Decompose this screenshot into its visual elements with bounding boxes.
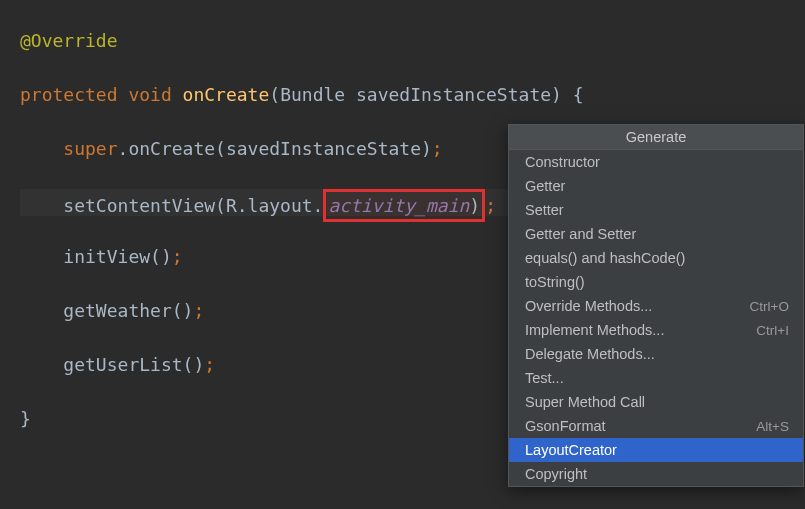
menu-item-gsonformat[interactable]: GsonFormatAlt+S — [509, 414, 803, 438]
generate-context-menu: Generate ConstructorGetterSetterGetter a… — [508, 124, 804, 487]
menu-item-test[interactable]: Test... — [509, 366, 803, 390]
annotation: @Override — [20, 30, 118, 51]
menu-item-label: Implement Methods... — [525, 322, 664, 338]
menu-item-equals-and-hashcode[interactable]: equals() and hashCode() — [509, 246, 803, 270]
activity-main-ref: activity_main — [328, 195, 469, 216]
menu-item-label: Constructor — [525, 154, 600, 170]
setContentView-call: setContentView(R.layout. — [63, 195, 323, 216]
semi: ; — [432, 138, 443, 159]
kw-void: void — [128, 84, 171, 105]
getUserList-call: getUserList() — [63, 354, 204, 375]
menu-item-shortcut: Alt+S — [756, 419, 789, 434]
menu-item-label: Copyright — [525, 466, 587, 482]
menu-item-shortcut: Ctrl+O — [750, 299, 789, 314]
menu-item-getter[interactable]: Getter — [509, 174, 803, 198]
getWeather-call: getWeather() — [63, 300, 193, 321]
menu-item-delegate-methods[interactable]: Delegate Methods... — [509, 342, 803, 366]
menu-item-getter-and-setter[interactable]: Getter and Setter — [509, 222, 803, 246]
semi: ; — [204, 354, 215, 375]
menu-item-super-method-call[interactable]: Super Method Call — [509, 390, 803, 414]
menu-item-tostring[interactable]: toString() — [509, 270, 803, 294]
menu-item-layoutcreator[interactable]: LayoutCreator — [509, 438, 803, 462]
menu-title: Generate — [509, 125, 803, 150]
menu-item-label: Setter — [525, 202, 564, 218]
menu-item-label: Delegate Methods... — [525, 346, 655, 362]
kw-protected: protected — [20, 84, 118, 105]
menu-item-label: Override Methods... — [525, 298, 652, 314]
menu-item-label: equals() and hashCode() — [525, 250, 685, 266]
menu-item-label: GsonFormat — [525, 418, 606, 434]
menu-item-constructor[interactable]: Constructor — [509, 150, 803, 174]
semi: ; — [172, 246, 183, 267]
initView-call: initView() — [63, 246, 171, 267]
menu-item-setter[interactable]: Setter — [509, 198, 803, 222]
menu-item-label: Getter — [525, 178, 565, 194]
menu-items-container: ConstructorGetterSetterGetter and Setter… — [509, 150, 803, 486]
menu-item-label: Getter and Setter — [525, 226, 636, 242]
menu-item-shortcut: Ctrl+I — [756, 323, 789, 338]
menu-item-implement-methods[interactable]: Implement Methods...Ctrl+I — [509, 318, 803, 342]
method-onCreate: onCreate — [183, 84, 270, 105]
close-paren: ) — [469, 195, 480, 216]
super-onCreate: .onCreate(savedInstanceState) — [118, 138, 432, 159]
kw-super: super — [63, 138, 117, 159]
onCreate-params: (Bundle savedInstanceState) { — [269, 84, 583, 105]
highlighted-layout-ref: activity_main) — [323, 189, 485, 222]
close-brace: } — [20, 408, 31, 429]
menu-item-override-methods[interactable]: Override Methods...Ctrl+O — [509, 294, 803, 318]
menu-item-label: Test... — [525, 370, 564, 386]
menu-item-copyright[interactable]: Copyright — [509, 462, 803, 486]
semi: ; — [485, 195, 496, 216]
menu-item-label: LayoutCreator — [525, 442, 617, 458]
semi: ; — [193, 300, 204, 321]
menu-item-label: toString() — [525, 274, 585, 290]
menu-item-label: Super Method Call — [525, 394, 645, 410]
